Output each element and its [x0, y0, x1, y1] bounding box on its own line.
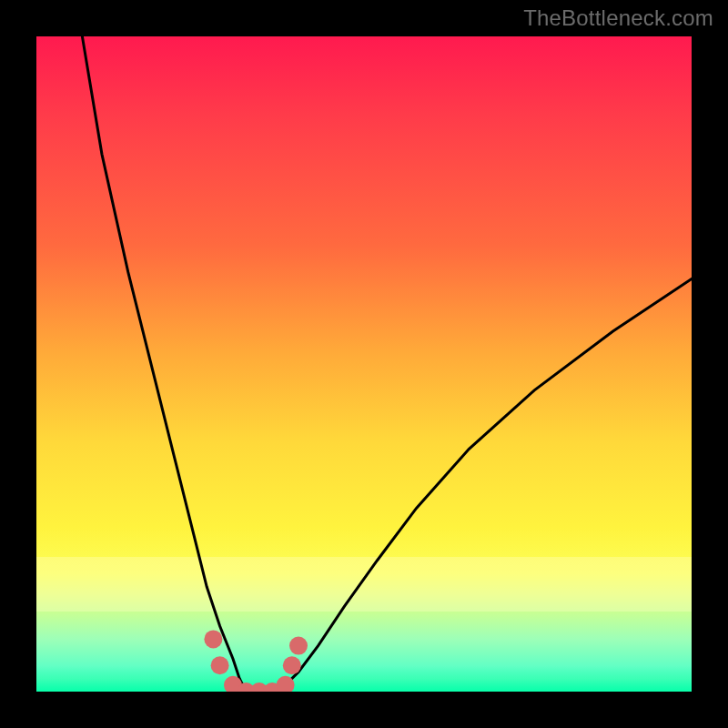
sweet-spot-marker: [283, 656, 301, 674]
chart-frame: TheBottleneck.com: [0, 0, 728, 728]
sweet-spot-marker: [289, 637, 308, 655]
curve-layer: [36, 36, 692, 692]
sweet-spot-marker: [204, 630, 222, 648]
plot-area: [36, 36, 692, 692]
sweet-spot-marker: [211, 656, 229, 674]
sweet-spot-markers: [204, 630, 308, 692]
watermark-text: TheBottleneck.com: [523, 5, 713, 31]
bottleneck-curve: [82, 36, 692, 692]
